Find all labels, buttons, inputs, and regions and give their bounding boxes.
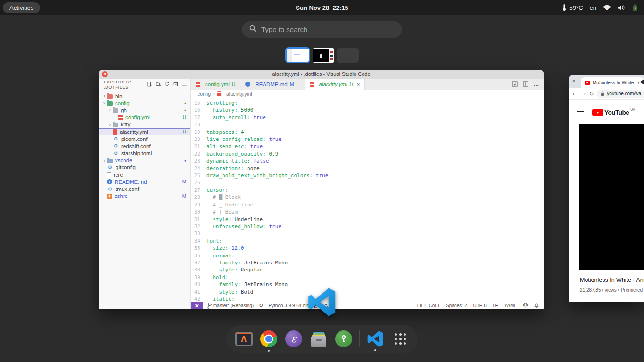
youtube-logo[interactable]: YouTube UA xyxy=(592,108,635,116)
tab-label: config.yml xyxy=(205,82,230,87)
breadcrumb[interactable]: config › alacritty.yml xyxy=(191,90,544,98)
video-player[interactable] xyxy=(579,124,644,270)
new-folder-icon[interactable] xyxy=(156,80,161,89)
clock[interactable]: Sun Nov 28 22:15 xyxy=(296,4,348,11)
explorer-item-config.yml[interactable]: config.ymlU xyxy=(99,114,190,121)
temperature-indicator: 59°C xyxy=(562,4,583,11)
file-name: vscode xyxy=(115,157,132,163)
line-content: history: 5000 xyxy=(206,107,253,114)
vscode-app-icon-large[interactable] xyxy=(308,288,336,316)
split-editor-icon[interactable] xyxy=(523,81,528,88)
dock-item-alacritty[interactable]: Λ xyxy=(234,332,253,346)
explorer-item-picom.conf[interactable]: ⚙picom.conf xyxy=(99,135,190,142)
explorer-item-redshift.conf[interactable]: ⚙redshift.conf xyxy=(99,142,190,149)
explorer-item-kitty[interactable]: ›kitty xyxy=(99,121,190,128)
line-number: 28 xyxy=(191,194,206,201)
git-branch-status[interactable]: master* (Rebasing) xyxy=(207,303,254,309)
line-content: style: Bold xyxy=(206,288,253,296)
explorer-item-README.md[interactable]: iREADME.mdM xyxy=(99,178,190,185)
more-actions-icon[interactable] xyxy=(534,82,539,87)
volume-icon[interactable] xyxy=(618,5,625,11)
encoding-setting[interactable]: UTF-8 xyxy=(473,303,486,308)
tab-readme-md[interactable]: i README.md M xyxy=(240,79,299,90)
tab-config-yml[interactable]: config.yml U xyxy=(191,79,240,90)
forward-icon[interactable]: → xyxy=(581,90,586,97)
eol-setting[interactable]: LF xyxy=(493,303,498,308)
file-name: rcrc xyxy=(114,172,123,178)
explorer-item-tmux.conf[interactable]: ⚙tmux.conf xyxy=(99,185,190,192)
folder-file-icon xyxy=(113,108,118,113)
chrome-window[interactable]: × Motionless In White - / ← → ↻ youtube.… xyxy=(569,75,644,302)
code-line-20: 20live_config_reload: true xyxy=(191,136,544,143)
dock-item-chrome[interactable] xyxy=(259,330,278,347)
sync-icon[interactable]: ↻ xyxy=(259,303,263,309)
vscode-titlebar[interactable]: × alacritty.yml - .dotfiles - Visual Stu… xyxy=(99,70,544,79)
line-number: 41 xyxy=(191,288,206,296)
chevron-down-icon[interactable]: › xyxy=(102,100,107,106)
tab-close-icon[interactable]: × xyxy=(357,82,360,87)
search-input[interactable]: Type to search xyxy=(242,21,402,38)
wifi-icon[interactable] xyxy=(603,5,611,11)
language-mode[interactable]: YAML xyxy=(504,303,517,308)
hamburger-menu-icon[interactable] xyxy=(577,110,584,115)
chevron-right-icon[interactable]: › xyxy=(102,158,107,163)
refresh-explorer-icon[interactable] xyxy=(165,80,170,89)
line-content: decorations: none xyxy=(206,165,260,172)
dock-item-keepassxc[interactable] xyxy=(334,330,353,347)
chevron-right-icon[interactable]: › xyxy=(107,122,113,127)
activities-button[interactable]: Activities xyxy=(3,2,40,13)
explorer-item-zshrc[interactable]: $zshrcM xyxy=(99,193,190,200)
notifications-bell-icon[interactable] xyxy=(534,303,539,309)
code-area[interactable]: 15scrolling:16 history: 500017 auto_scro… xyxy=(191,98,544,302)
file-name: alacritty.yml xyxy=(120,129,148,135)
youtube-header: YouTube UA xyxy=(569,100,644,124)
chevron-down-icon[interactable]: › xyxy=(107,107,113,113)
workspace-thumbnail-2[interactable] xyxy=(313,48,334,63)
back-icon[interactable]: ← xyxy=(573,90,578,97)
chrome-active-tab[interactable]: Motionless In White - / xyxy=(581,77,644,88)
workspace-thumbnail-1[interactable] xyxy=(285,47,310,63)
code-line-21: 21alt_send_esc: true xyxy=(191,143,544,150)
dock-item-vscode[interactable] xyxy=(366,331,385,347)
battery-charging-icon[interactable] xyxy=(632,4,638,11)
address-bar[interactable]: youtube.com/wa xyxy=(597,90,644,98)
explorer-item-gitconfig[interactable]: ⚙gitconfig xyxy=(99,164,190,171)
explorer-item-config[interactable]: ›config● xyxy=(99,99,190,107)
tab-label: alacritty.yml xyxy=(319,82,347,87)
reload-icon[interactable]: ↻ xyxy=(589,90,594,97)
keepassxc-key-icon xyxy=(335,330,352,347)
code-line-30: 30 # | Beam xyxy=(191,208,544,215)
line-content: italic: xyxy=(206,296,235,302)
dock-item-emacs[interactable]: ε xyxy=(284,330,303,347)
vscode-window[interactable]: × alacritty.yml - .dotfiles - Visual Stu… xyxy=(99,70,544,309)
cursor-position[interactable]: Ln 1, Col 1 xyxy=(417,303,440,308)
shell-file-icon: $ xyxy=(107,194,112,199)
dock-item-files[interactable] xyxy=(309,331,328,347)
breadcrumb-file[interactable]: alacritty.yml xyxy=(226,91,252,97)
keyboard-layout[interactable]: en xyxy=(590,4,596,11)
explorer-item-alacritty.yml[interactable]: alacritty.ymlU xyxy=(99,128,190,135)
line-number: 40 xyxy=(191,281,206,288)
youtube-play-icon xyxy=(592,109,603,116)
indentation-setting[interactable]: Spaces: 2 xyxy=(446,303,467,308)
chrome-window-close-button[interactable]: × xyxy=(572,77,576,85)
explorer-item-rcrc[interactable]: rcrc xyxy=(99,171,190,178)
python-interpreter[interactable]: Python 3.9.9 64-bit xyxy=(268,303,308,308)
explorer-item-starship.toml[interactable]: ⚙starship.toml xyxy=(99,150,190,157)
line-number: 23 xyxy=(191,157,206,165)
remote-indicator[interactable] xyxy=(191,302,203,309)
breadcrumb-folder[interactable]: config xyxy=(198,91,211,97)
dock-item-show-applications[interactable] xyxy=(391,333,410,345)
open-changes-icon[interactable] xyxy=(512,81,518,88)
chevron-right-icon[interactable]: › xyxy=(102,93,107,99)
workspace-thumbnail-new[interactable] xyxy=(337,48,359,63)
explorer-item-gh[interactable]: ›gh● xyxy=(99,107,190,114)
collapse-folders-icon[interactable] xyxy=(173,80,178,89)
tab-alacritty-yml[interactable]: alacritty.yml U × xyxy=(305,79,365,90)
new-file-icon[interactable] xyxy=(147,80,152,89)
window-close-button[interactable]: × xyxy=(102,71,108,77)
explorer-item-vscode[interactable]: ›vscode● xyxy=(99,157,190,164)
feedback-icon[interactable] xyxy=(523,303,528,309)
more-actions-icon[interactable] xyxy=(182,80,187,89)
explorer-item-bin[interactable]: ›bin xyxy=(99,92,190,99)
